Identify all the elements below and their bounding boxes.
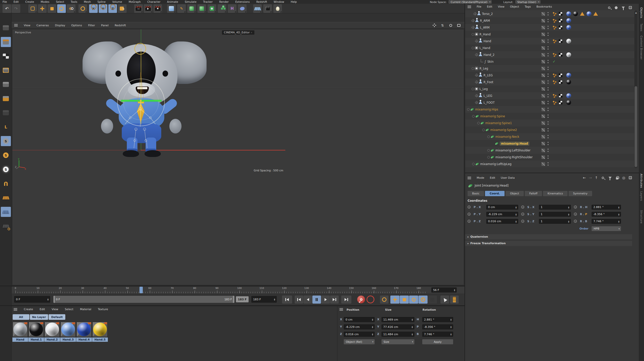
filter-icon[interactable] (608, 176, 612, 180)
start-frame-field[interactable]: 0 F▲▼ (14, 296, 50, 303)
current-frame-field[interactable]: 56 F▲▼ (431, 287, 457, 292)
magnet-tool-button[interactable]: U (1, 178, 11, 189)
filter-icon[interactable] (621, 6, 625, 10)
weight-tag-icon[interactable] (553, 80, 557, 84)
visibility-dots[interactable] (548, 87, 549, 91)
menu-spline[interactable]: Spline (97, 0, 106, 4)
rotation-h-field[interactable]: 2.881 °▲▼ (422, 317, 453, 322)
menu-edit[interactable]: Edit (14, 0, 19, 4)
undo-button[interactable]: ↶ (3, 4, 11, 13)
keyframe-selection-button[interactable] (380, 296, 389, 304)
expand-icon[interactable] (477, 122, 480, 124)
expand-icon[interactable] (487, 156, 490, 159)
position-y-field[interactable]: -6.229 cm▲▼ (344, 324, 375, 329)
display-tag-icon[interactable] (559, 26, 562, 29)
menu-tracker[interactable]: Tracker (203, 0, 213, 4)
frame-stepper[interactable]: ▲▼ (453, 288, 456, 292)
timeline-ruler[interactable]: 0 10 20 30 40 50 60 70 80 90 100 110 120… (12, 286, 465, 294)
volume-button[interactable] (238, 4, 247, 13)
spline-pen-button[interactable]: ✎ (177, 4, 186, 13)
rotation-b-field[interactable]: 7.746 °▲▼ (422, 332, 453, 337)
material-name[interactable]: Hand.4 (76, 337, 92, 342)
weight-tag-icon[interactable] (553, 12, 557, 16)
object-label[interactable]: Torso_2 (482, 12, 493, 16)
expand-icon[interactable] (472, 47, 474, 49)
menu-tools[interactable]: Tools (71, 0, 77, 4)
menu-window[interactable]: Window (274, 0, 284, 4)
coordinate-mode-dropdown[interactable]: Object (Rel) (344, 339, 375, 344)
weight-tag-icon[interactable] (553, 100, 557, 104)
key-dot-icon[interactable] (468, 220, 471, 223)
visibility-dots[interactable] (548, 39, 549, 43)
tab-structure[interactable]: Structure (640, 210, 643, 223)
redo-button[interactable]: ↷ (12, 4, 20, 13)
material-name[interactable]: Hand.5 (92, 337, 108, 342)
material-thumb-hand5[interactable] (92, 322, 108, 337)
menu-redshift[interactable]: Redshift (256, 0, 267, 4)
make-editable-button[interactable] (1, 23, 11, 33)
tab-objects[interactable]: Objects (640, 7, 643, 18)
zoom-view-icon[interactable]: ⇅ (440, 23, 445, 28)
object-label[interactable]: Skin (487, 60, 493, 63)
rotate-view-icon[interactable] (448, 23, 453, 28)
tab-takes[interactable]: Takes (640, 24, 643, 31)
object-label[interactable]: L_ARM (480, 26, 490, 29)
material-name[interactable]: Hand.3 (60, 337, 76, 342)
weight-tag-icon[interactable] (553, 18, 557, 22)
end-frame-field[interactable]: 183 F▲▼ (251, 296, 277, 303)
display-tag-icon[interactable] (559, 101, 562, 104)
layer-box[interactable] (541, 101, 545, 104)
add-cube-button[interactable] (167, 4, 176, 13)
layout-dropdown[interactable]: Startup (User) (515, 0, 540, 4)
scroll-up-icon[interactable]: ▲ (635, 11, 637, 14)
menu-create[interactable]: Create (25, 0, 34, 4)
viewport-menu-cameras[interactable]: Cameras (36, 24, 49, 27)
om-menu-bookmarks[interactable]: Bookmarks (536, 5, 552, 8)
px-field[interactable]: 0 cm▲▼ (486, 205, 518, 210)
tab-kinematics[interactable]: Kinematics (543, 191, 568, 196)
expand-icon[interactable] (472, 33, 474, 36)
layer-box[interactable] (541, 53, 545, 57)
play-forward-button[interactable] (321, 296, 330, 304)
render-view-button[interactable]: ▭ (134, 4, 143, 13)
previous-frame-button[interactable] (304, 296, 312, 304)
texture-mode-button[interactable] (1, 51, 11, 61)
rb-field[interactable]: 7.746 °▲▼ (592, 219, 621, 224)
record-rotation-toggle[interactable] (409, 296, 418, 304)
workplane-button[interactable]: L (1, 122, 11, 132)
snap-settings-button[interactable]: S (1, 150, 11, 160)
material-menu-select[interactable]: Select (65, 308, 73, 311)
display-tag-icon[interactable] (559, 53, 562, 57)
camera-button[interactable] (263, 4, 272, 13)
menu-help[interactable]: Help (291, 0, 297, 4)
viewport-menu-icon[interactable] (14, 24, 18, 27)
rotate-tool[interactable] (57, 4, 66, 13)
material-name[interactable]: Hand.2 (44, 337, 60, 342)
material-menu-texture[interactable]: Texture (98, 308, 108, 311)
rp-field[interactable]: -8.356 °▲▼ (592, 212, 621, 217)
layer-box[interactable] (541, 39, 545, 43)
expand-icon[interactable] (472, 67, 474, 70)
object-label[interactable]: mixamorig:Hips (475, 108, 498, 111)
planar-workplane-button[interactable] (1, 221, 11, 231)
tab-falloff[interactable]: Falloff (525, 191, 542, 196)
rh-field[interactable]: 2.881 °▲▼ (592, 205, 621, 210)
edge-mode-button[interactable] (1, 79, 11, 89)
layer-box[interactable] (541, 33, 545, 36)
visibility-dots[interactable] (548, 19, 549, 22)
layer-box[interactable] (541, 74, 545, 77)
py-field[interactable]: -6.229 cm▲▼ (486, 212, 518, 217)
order-dropdown[interactable]: HPB (592, 226, 621, 231)
snap-modes-button[interactable]: S (1, 164, 11, 174)
display-tag-icon[interactable] (559, 80, 562, 84)
weight-tag-icon[interactable] (553, 94, 557, 98)
layer-box[interactable] (541, 26, 545, 29)
previous-key-button[interactable] (295, 296, 303, 304)
viewport-menu-view[interactable]: View (24, 24, 30, 27)
expand-icon[interactable] (472, 88, 474, 90)
record-scale-toggle[interactable] (400, 296, 409, 304)
visibility-dots[interactable] (548, 142, 549, 145)
model-mode-button[interactable] (1, 37, 11, 47)
visibility-dots[interactable] (548, 155, 549, 159)
display-tag-icon[interactable] (559, 39, 562, 43)
